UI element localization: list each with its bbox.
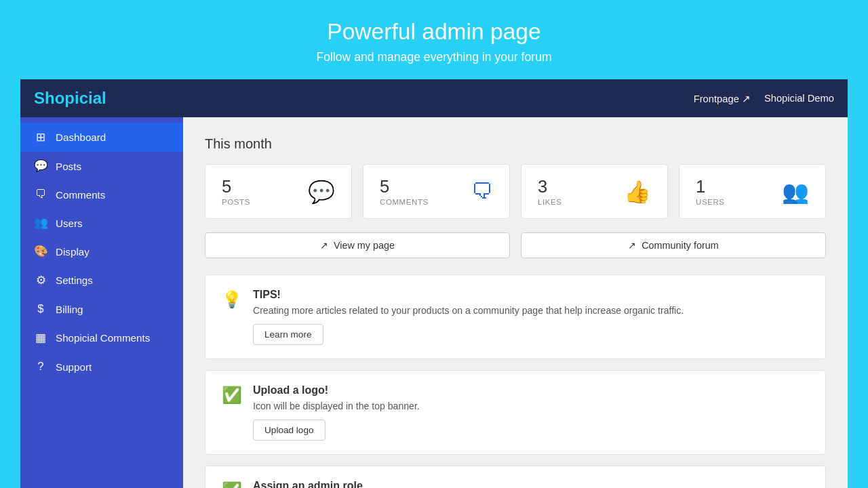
main-content: This month 5 POSTS 💬 5 COMMENTS 🗨 3 (183, 117, 848, 488)
upload-logo-button[interactable]: Upload logo (253, 420, 326, 441)
logo-text2: icial (75, 89, 106, 107)
sidebar-label-settings: Settings (56, 274, 93, 286)
upload-logo-text: Icon will be displayed in the top banner… (253, 401, 420, 411)
upload-logo-card: ✅ Upload a logo! Icon will be displayed … (205, 370, 826, 455)
users-icon: 👥 (34, 216, 47, 230)
sidebar-label-comments: Comments (56, 189, 105, 201)
logo: Shopicial (34, 89, 106, 108)
sidebar-item-users[interactable]: 👥 Users (20, 209, 183, 237)
frontpage-link[interactable]: Frontpage ↗ (694, 93, 751, 104)
section-title: This month (205, 136, 826, 152)
stat-card-posts: 5 POSTS 💬 (205, 164, 352, 219)
sidebar-item-billing[interactable]: $ Billing (20, 295, 183, 323)
stat-icon-posts: 💬 (308, 179, 335, 205)
stat-card-users: 1 USERS 👥 (679, 164, 826, 219)
stat-icon-likes: 👍 (624, 179, 651, 205)
sidebar-label-billing: Billing (56, 304, 83, 315)
stats-row: 5 POSTS 💬 5 COMMENTS 🗨 3 LIKES 👍 (205, 164, 826, 219)
hero-subtitle: Follow and manage everything in your for… (14, 50, 854, 64)
sidebar-label-dashboard: Dashboard (56, 131, 106, 143)
stat-icon-users: 👥 (782, 179, 809, 205)
stat-num-comments: 5 (380, 177, 429, 197)
app-container: ⊞ Dashboard 💬 Posts 🗨 Comments 👥 Users 🎨… (20, 117, 848, 488)
assign-admin-content: Assign an admin role Add a shopicial-adm… (253, 480, 631, 488)
sidebar-item-settings[interactable]: ⚙ Settings (20, 266, 183, 295)
check-circle-admin-icon: ✅ (222, 481, 242, 488)
billing-icon: $ (34, 302, 47, 316)
view-my-page-label: View my page (334, 240, 395, 251)
community-forum-label: Community forum (642, 240, 719, 251)
sidebar-item-posts[interactable]: 💬 Posts (20, 152, 183, 180)
stat-card-comments: 5 COMMENTS 🗨 (363, 164, 510, 219)
view-my-page-button[interactable]: ↗ View my page (205, 232, 510, 258)
sidebar: ⊞ Dashboard 💬 Posts 🗨 Comments 👥 Users 🎨… (20, 117, 183, 488)
stat-num-posts: 5 (222, 177, 250, 197)
hero-title: Powerful admin page (14, 19, 854, 45)
topbar-links: Frontpage ↗ Shopicial Demo (694, 93, 834, 104)
sidebar-label-users: Users (56, 218, 83, 229)
stat-num-users: 1 (696, 177, 725, 197)
posts-icon: 💬 (34, 159, 47, 173)
lightbulb-icon: 💡 (222, 290, 242, 309)
check-circle-icon: ✅ (222, 386, 242, 405)
sidebar-item-dashboard[interactable]: ⊞ Dashboard (20, 123, 183, 152)
view-my-page-icon: ↗ (320, 240, 328, 251)
sidebar-label-display: Display (56, 246, 90, 258)
sidebar-label-support: Support (56, 361, 92, 373)
learn-more-button[interactable]: Learn more (253, 324, 323, 345)
assign-admin-title: Assign an admin role (253, 480, 631, 488)
sidebar-item-display[interactable]: 🎨 Display (20, 237, 183, 266)
upload-logo-title: Upload a logo! (253, 384, 420, 396)
stat-num-likes: 3 (538, 177, 562, 197)
sidebar-item-support[interactable]: ? Support (20, 352, 183, 381)
comments-icon: 🗨 (34, 188, 47, 201)
action-row: ↗ View my page ↗ Community forum (205, 232, 826, 258)
shopicial-demo-link[interactable]: Shopicial Demo (764, 93, 834, 104)
settings-icon: ⚙ (34, 273, 47, 287)
display-icon: 🎨 (34, 245, 47, 258)
tips-content: TIPS! Creating more articles related to … (253, 289, 684, 345)
hero-section: Powerful admin page Follow and manage ev… (0, 0, 868, 79)
stat-card-likes: 3 LIKES 👍 (521, 164, 668, 219)
community-forum-button[interactable]: ↗ Community forum (521, 232, 826, 258)
stat-icon-comments: 🗨 (471, 179, 493, 204)
stat-label-comments: COMMENTS (380, 198, 429, 206)
stat-label-posts: POSTS (222, 198, 250, 206)
sidebar-label-shopicial-comments: Shopicial Comments (56, 332, 150, 344)
topbar: Shopicial Frontpage ↗ Shopicial Demo (20, 79, 848, 117)
sidebar-item-shopicial-comments[interactable]: ▦ Shopicial Comments (20, 323, 183, 352)
assign-admin-card: ✅ Assign an admin role Add a shopicial-a… (205, 466, 826, 488)
dashboard-icon: ⊞ (34, 130, 47, 144)
tips-text: Creating more articles related to your p… (253, 305, 684, 316)
logo-text1: Shop (34, 89, 75, 107)
sidebar-label-posts: Posts (56, 161, 81, 172)
stat-label-likes: LIKES (538, 198, 562, 206)
tips-card: 💡 TIPS! Creating more articles related t… (205, 274, 826, 359)
sidebar-item-comments[interactable]: 🗨 Comments (20, 180, 183, 209)
stat-label-users: USERS (696, 198, 725, 206)
support-icon: ? (34, 360, 47, 373)
community-forum-icon: ↗ (628, 240, 636, 251)
shopicial-comments-icon: ▦ (34, 331, 47, 345)
upload-logo-content: Upload a logo! Icon will be displayed in… (253, 384, 420, 441)
tips-title: TIPS! (253, 289, 684, 301)
